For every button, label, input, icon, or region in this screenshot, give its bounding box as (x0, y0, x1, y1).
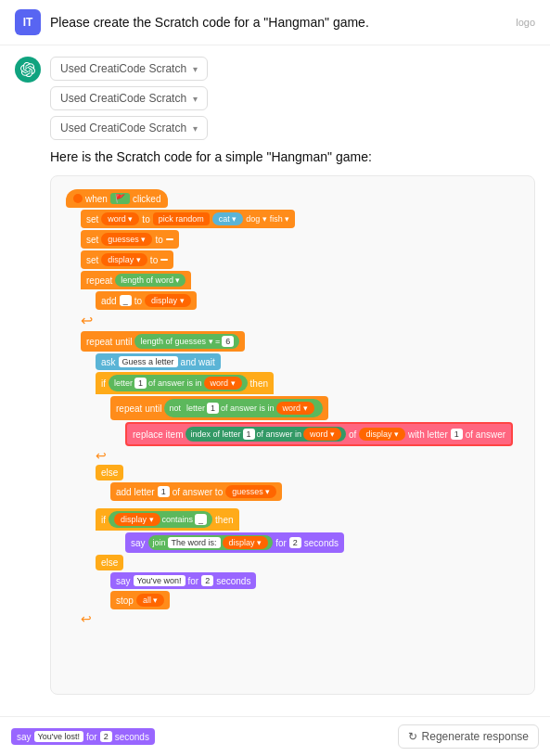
for-label: for (86, 732, 97, 742)
set-word-block: set word ▾ to pick random cat ▾ dog ▾ fi… (81, 210, 519, 228)
bottom-say-block: say You've lost! for 2 seconds (11, 728, 155, 745)
repeat-until-block: repeat until length of guesses ▾ = 6 (81, 331, 519, 352)
response-content: Used CreatiCode Scratch ▾ Used CreatiCod… (50, 57, 535, 695)
bottom-connector: ↩ (81, 611, 519, 626)
regen-label: Regenerate response (422, 730, 529, 743)
say-label: say (17, 732, 32, 742)
replace-item-block: replace item index of letter 1 of answer… (125, 422, 519, 446)
user-avatar: IT (15, 9, 41, 35)
gpt-avatar (15, 57, 41, 83)
logo-text: logo (516, 17, 535, 28)
flag-icon (73, 194, 83, 203)
repeat-block: repeat length of word ▾ (81, 271, 519, 289)
tool-label-3: Used CreatiCode Scratch (60, 122, 186, 135)
chevron-down-icon-3: ▾ (193, 123, 198, 134)
scratch-code-area: when 🚩 clicked set word ▾ to pick random… (50, 175, 535, 695)
set-display-block: set display ▾ to (81, 250, 519, 269)
repeat-end-connector: ↩ (81, 312, 519, 329)
clicked-label: clicked (133, 194, 161, 204)
for-value: 2 (100, 731, 112, 742)
tool-label-2: Used CreatiCode Scratch (60, 92, 186, 105)
add-to-guesses-block: add letter 1 of answer to guesses ▾ (110, 482, 519, 501)
hat-label: when (85, 194, 108, 204)
inner-repeat-until: repeat until not letter 1 of answer is i… (110, 396, 519, 420)
repeat-until-connector: ↩ (96, 448, 519, 463)
gpt-response-area: Used CreatiCode Scratch ▾ Used CreatiCod… (0, 45, 550, 706)
add-display-block: add _ to display ▾ (96, 291, 519, 310)
user-message-text: Please create the Scratch code for a "Ha… (50, 15, 369, 30)
if-block: if letter 1 of answer is in word ▾ then (96, 372, 519, 394)
avatar-initials: IT (23, 16, 33, 29)
else-label-2: else (96, 555, 519, 570)
say-value: You've lost! (34, 731, 83, 742)
say-block: say join The word is: display ▾ for 2 se… (125, 532, 519, 553)
chevron-down-icon-2: ▾ (193, 94, 198, 104)
scratch-blocks: when 🚩 clicked set word ▾ to pick random… (58, 182, 527, 635)
ask-block: ask Guess a letter and wait (96, 353, 519, 370)
refresh-icon: ↻ (408, 730, 417, 743)
say-won-block: say You've won! for 2 seconds (110, 572, 519, 589)
header-icons: logo (516, 17, 535, 28)
user-message-row: IT Please create the Scratch code for a … (0, 0, 550, 45)
tool-dropdown-2[interactable]: Used CreatiCode Scratch ▾ (50, 86, 208, 110)
word-oval: word ▾ (101, 212, 139, 225)
chevron-down-icon-1: ▾ (193, 64, 198, 74)
tool-dropdown-3[interactable]: Used CreatiCode Scratch ▾ (50, 116, 208, 140)
hat-block-line: when 🚩 clicked (66, 189, 519, 208)
tool-dropdown-1[interactable]: Used CreatiCode Scratch ▾ (50, 57, 208, 81)
regenerate-button[interactable]: ↻ Regenerate response (398, 724, 539, 749)
openai-icon (20, 62, 35, 77)
set-guesses-block: set guesses ▾ to (81, 230, 519, 249)
else-label: else (96, 465, 519, 481)
intro-text: Here is the Scratch code for a simple "H… (50, 149, 535, 164)
flag-btn-icon: 🚩 (110, 193, 130, 204)
if-display-block: if display ▾ contains _ then (96, 508, 519, 531)
seconds-label: seconds (115, 732, 149, 742)
bottom-bar: say You've lost! for 2 seconds ↻ Regener… (0, 716, 550, 756)
stop-block: stop all ▾ (110, 591, 519, 609)
hat-block: when 🚩 clicked (66, 189, 168, 208)
tool-label-1: Used CreatiCode Scratch (60, 62, 186, 75)
